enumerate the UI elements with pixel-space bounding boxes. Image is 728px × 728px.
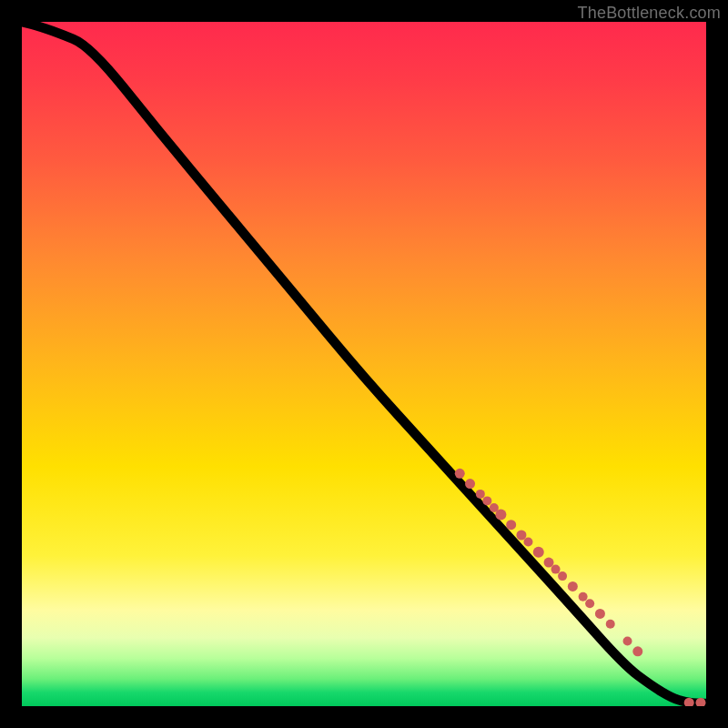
data-point xyxy=(516,531,526,541)
data-point xyxy=(506,520,516,530)
data-point xyxy=(495,509,506,520)
bottleneck-curve xyxy=(22,22,706,703)
data-point xyxy=(632,646,642,656)
chart-stage: TheBottleneck.com xyxy=(0,0,728,728)
data-point xyxy=(585,599,594,608)
data-point xyxy=(476,490,485,499)
chart-overlay xyxy=(22,22,706,706)
data-point xyxy=(533,547,544,558)
data-point xyxy=(455,469,465,479)
data-point xyxy=(544,558,554,568)
data-point xyxy=(465,479,475,489)
data-point xyxy=(595,609,605,619)
data-point xyxy=(558,571,567,581)
data-point xyxy=(606,620,615,629)
data-point xyxy=(551,565,561,574)
marker-group xyxy=(455,469,706,706)
data-point xyxy=(568,581,578,592)
watermark-text: TheBottleneck.com xyxy=(578,4,721,23)
data-point xyxy=(579,592,588,602)
data-point xyxy=(623,637,632,646)
data-point xyxy=(482,496,491,505)
plot-area xyxy=(22,22,706,706)
data-point xyxy=(523,538,532,547)
